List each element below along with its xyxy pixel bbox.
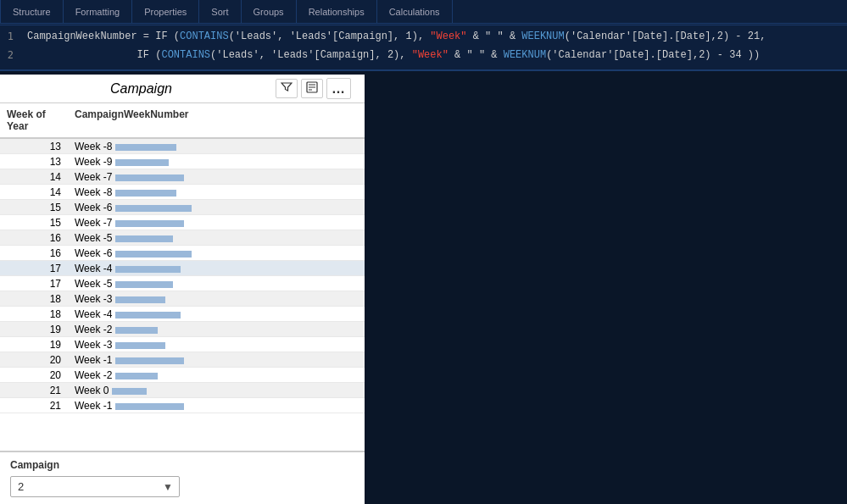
nav-sort[interactable]: Sort (199, 0, 241, 23)
data-bar (115, 403, 184, 410)
table-columns-header: Week of Year CampaignWeekNumber (0, 103, 365, 139)
table-row[interactable]: 14Week -8 (0, 185, 365, 200)
line-number-2: 2 (0, 47, 20, 61)
left-panel: Campaign … (0, 75, 365, 504)
data-bar (115, 342, 165, 349)
data-bar (115, 205, 192, 212)
cell-week: 17 (0, 263, 68, 274)
nav-relationships[interactable]: Relationships (297, 0, 377, 23)
cell-week: 16 (0, 232, 68, 244)
cell-week: 15 (0, 217, 68, 229)
data-bar (115, 373, 158, 379)
cell-campaign: Week -7 (68, 217, 365, 229)
data-bar (115, 220, 184, 227)
cell-week: 15 (0, 202, 68, 213)
data-bar (112, 388, 147, 395)
table-row[interactable]: 19Week -3 (0, 337, 365, 352)
table-row[interactable]: 15Week -7 (0, 215, 365, 230)
cell-campaign: Week -7 (68, 171, 365, 183)
cell-campaign: Week -4 (68, 263, 365, 274)
cell-week: 21 (0, 400, 68, 412)
cell-campaign: Week -9 (68, 156, 365, 168)
nav-structure[interactable]: Structure (0, 0, 64, 23)
nav-properties[interactable]: Properties (132, 0, 199, 23)
table-row[interactable]: 17Week -5 (0, 276, 365, 291)
table-row[interactable]: 16Week -5 (0, 230, 365, 246)
filter-button[interactable] (276, 79, 298, 99)
formula-content-2: IF (CONTAINS('Leads', 'Leads'[Campaign],… (27, 47, 847, 61)
table-row[interactable]: 18Week -3 (0, 291, 365, 307)
data-bar (115, 281, 173, 288)
data-container: Campaign … (0, 75, 847, 504)
cell-week: 20 (0, 369, 68, 381)
formula-editor[interactable]: 1 CampaignWeekNumber = IF (CONTAINS('Lea… (0, 25, 847, 69)
data-bar (115, 296, 165, 303)
cell-week: 16 (0, 247, 68, 259)
data-bar (115, 251, 192, 258)
cell-week: 18 (0, 308, 68, 320)
more-button[interactable]: … (326, 78, 351, 99)
data-bar (115, 235, 173, 242)
nav-groups[interactable]: Groups (242, 0, 297, 23)
cell-campaign: Week -2 (68, 369, 365, 381)
data-bar (115, 159, 169, 166)
table-header: Campaign … (0, 75, 365, 103)
nav-calculations[interactable]: Calculations (377, 0, 453, 23)
table-row[interactable]: 20Week -1 (0, 352, 365, 368)
cell-week: 13 (0, 141, 68, 152)
table-row[interactable]: 13Week -8 (0, 139, 365, 154)
campaign-dropdown[interactable]: 123 (10, 476, 180, 497)
table-body[interactable]: 13Week -813Week -914Week -714Week -815We… (0, 139, 365, 451)
table-row[interactable]: 21Week 0 (0, 383, 365, 398)
cell-campaign: Week -5 (68, 232, 365, 244)
cell-campaign: Week -6 (68, 247, 365, 259)
nav-formatting[interactable]: Formatting (64, 0, 133, 23)
cell-week: 18 (0, 293, 68, 305)
data-bar (115, 266, 181, 273)
cell-campaign: Week -2 (68, 324, 365, 335)
cell-week: 14 (0, 171, 68, 183)
cell-week: 20 (0, 354, 68, 366)
export-button[interactable] (301, 79, 323, 99)
cell-week: 14 (0, 186, 68, 198)
bottom-panel: Campaign 123 ▼ (0, 451, 365, 504)
table-row[interactable]: 19Week -2 (0, 322, 365, 337)
cell-week: 21 (0, 385, 68, 396)
formula-line-2: 2 IF (CONTAINS('Leads', 'Leads'[Campaign… (0, 47, 847, 66)
cell-campaign: Week -3 (68, 339, 365, 351)
table-row[interactable]: 20Week -2 (0, 368, 365, 383)
cell-week: 13 (0, 156, 68, 168)
col-header-week: Week of Year (0, 107, 68, 134)
data-bar (115, 357, 184, 364)
campaign-label: Campaign (10, 459, 354, 471)
formula-content-1: CampaignWeekNumber = IF (CONTAINS('Leads… (27, 29, 847, 42)
table-row[interactable]: 13Week -9 (0, 154, 365, 169)
cell-campaign: Week -6 (68, 202, 365, 213)
cell-campaign: Week -8 (68, 141, 365, 152)
cell-campaign: Week 0 (68, 385, 365, 396)
cell-campaign: Week -8 (68, 186, 365, 198)
data-bar (115, 144, 176, 151)
table-row[interactable]: 18Week -4 (0, 307, 365, 322)
table-row[interactable]: 15Week -6 (0, 200, 365, 215)
data-bar (115, 190, 176, 197)
table-row[interactable]: 16Week -6 (0, 246, 365, 261)
table-row[interactable]: 14Week -7 (0, 169, 365, 185)
line-separator-2 (20, 47, 27, 49)
table-title: Campaign (7, 81, 276, 97)
cell-week: 17 (0, 278, 68, 290)
cell-campaign: Week -3 (68, 293, 365, 305)
nav-bar: Structure Formatting Properties Sort Gro… (0, 0, 847, 24)
cell-campaign: Week -1 (68, 400, 365, 412)
cell-campaign: Week -5 (68, 278, 365, 290)
data-bar (115, 174, 184, 181)
table-row[interactable]: 17Week -4 (0, 261, 365, 276)
table-row[interactable]: 21Week -1 (0, 398, 365, 413)
cell-week: 19 (0, 339, 68, 351)
line-separator-1 (20, 29, 27, 30)
table-actions: … (276, 78, 358, 99)
formula-line-1: 1 CampaignWeekNumber = IF (CONTAINS('Lea… (0, 29, 847, 47)
data-bar (115, 312, 181, 318)
cell-campaign: Week -4 (68, 308, 365, 320)
line-number-1: 1 (0, 29, 20, 42)
